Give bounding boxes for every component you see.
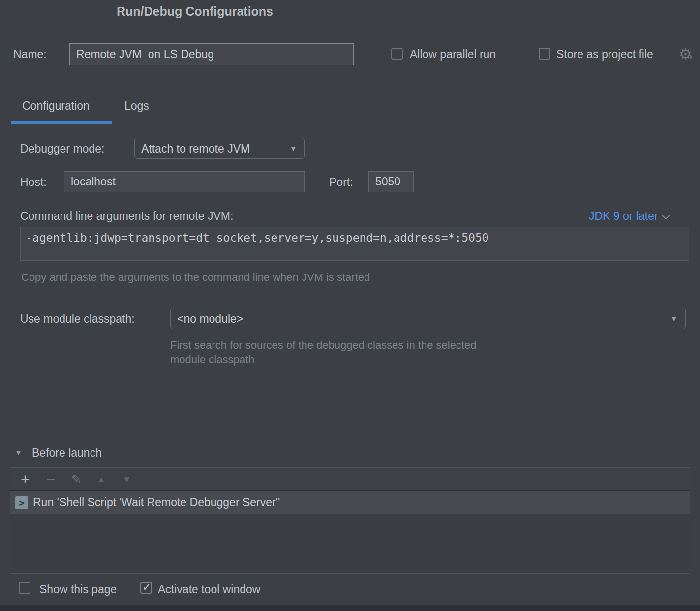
dialog-titlebar: Run/Debug Configurations <box>0 0 700 22</box>
name-label: Name: <box>13 48 47 61</box>
module-classpath-label: Use module classpath: <box>20 312 135 326</box>
tab-configuration[interactable]: Configuration <box>22 99 90 113</box>
module-classpath-select[interactable]: <no module> ▼ <box>170 308 686 329</box>
minus-icon: − <box>46 471 55 488</box>
module-classpath-value: <no module> <box>177 312 243 326</box>
dialog-title: Run/Debug Configurations <box>117 4 273 19</box>
port-input[interactable] <box>368 171 414 192</box>
before-launch-divider <box>123 454 689 454</box>
pencil-icon: ✎ <box>71 472 82 486</box>
store-as-project-file-label: Store as project file <box>556 48 653 61</box>
remove-task-button[interactable]: − <box>41 468 61 491</box>
activate-tool-window-checkbox[interactable]: ✓ <box>140 582 152 594</box>
shell-script-icon: > <box>15 496 28 509</box>
debugger-mode-label: Debugger mode: <box>20 142 104 155</box>
store-as-project-file-checkbox[interactable] <box>539 48 550 60</box>
task-row[interactable]: > Run 'Shell Script 'Wait Remote Debugge… <box>10 491 690 514</box>
port-label: Port: <box>329 176 353 189</box>
configuration-panel: Debugger mode: Attach to remote JVM ▼ Ho… <box>11 124 689 421</box>
host-label: Host: <box>20 176 47 189</box>
plus-icon: + <box>21 471 30 488</box>
before-launch-toolbar: + − ✎ ▲ ▼ <box>10 468 690 491</box>
cmdline-label: Command line arguments for remote JVM: <box>20 210 233 223</box>
move-down-button[interactable]: ▼ <box>117 468 137 491</box>
before-launch-panel: + − ✎ ▲ ▼ > Run 'Shell Script 'Wait Remo… <box>10 467 690 574</box>
add-task-button[interactable]: + <box>15 468 35 491</box>
task-label: Run 'Shell Script 'Wait Remote Debugger … <box>33 496 280 509</box>
allow-parallel-run-checkbox[interactable] <box>391 48 403 60</box>
chevron-down-icon: ▾ <box>690 54 693 61</box>
check-icon: ✓ <box>142 581 151 594</box>
chevron-down-icon: ▼ <box>290 145 297 153</box>
before-launch-collapse-icon[interactable]: ▼ <box>15 448 22 457</box>
activate-tool-window-label: Activate tool window <box>158 583 260 596</box>
chevron-down-icon <box>662 212 670 220</box>
show-this-page-label: Show this page <box>39 583 117 596</box>
host-input[interactable] <box>64 171 305 192</box>
bottom-bar <box>0 605 700 611</box>
cmdline-textarea[interactable]: -agentlib:jdwp=transport=dt_socket,serve… <box>20 227 689 261</box>
arrow-down-icon: ▼ <box>123 475 131 484</box>
debugger-mode-value: Attach to remote JVM <box>141 142 250 155</box>
gear-icon[interactable]: ⚙ ▾ <box>679 45 692 62</box>
debugger-mode-select[interactable]: Attach to remote JVM ▼ <box>134 138 305 159</box>
tab-logs[interactable]: Logs <box>124 99 149 113</box>
allow-parallel-run-label: Allow parallel run <box>410 48 496 61</box>
cmdline-hint: Copy and paste the arguments to the comm… <box>21 270 370 284</box>
jdk-version-link[interactable]: JDK 9 or later <box>589 210 669 223</box>
edit-task-button[interactable]: ✎ <box>66 468 86 491</box>
name-input[interactable] <box>69 43 354 65</box>
before-launch-title: Before launch <box>32 446 102 459</box>
show-this-page-checkbox[interactable] <box>19 582 30 594</box>
module-classpath-hint: First search for sources of the debugged… <box>170 338 500 367</box>
move-up-button[interactable]: ▲ <box>91 468 111 491</box>
arrow-up-icon: ▲ <box>97 475 106 484</box>
chevron-down-icon: ▼ <box>670 315 677 323</box>
run-debug-configurations-dialog: Run/Debug Configurations Name: Allow par… <box>0 0 700 611</box>
